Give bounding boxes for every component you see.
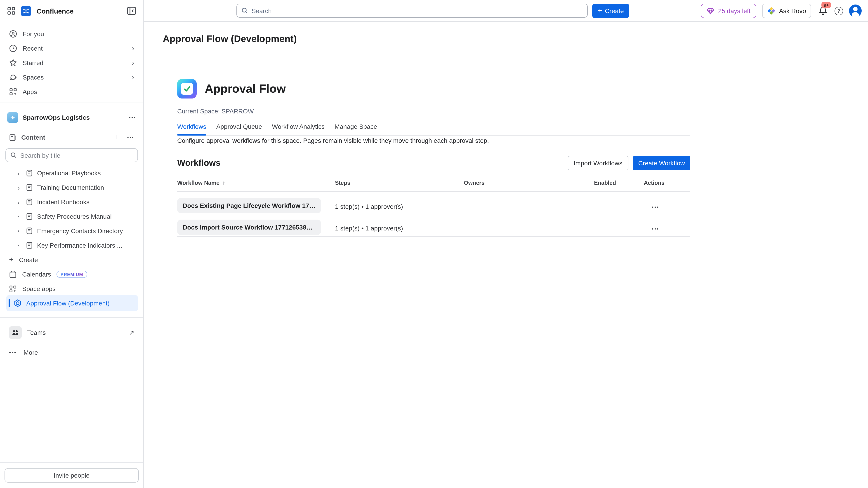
bullet-icon: • [16,214,22,219]
global-search[interactable] [237,4,588,18]
ask-rovo-label: Ask Rovo [779,7,806,14]
sidebar-item-teams[interactable]: Teams ↗ [4,325,139,340]
tree-item-label: Key Performance Indicators ... [37,242,122,249]
content-more-icon[interactable]: ••• [127,135,134,140]
tree-item-emergency-contacts-directory[interactable]: • Emergency Contacts Directory [4,224,139,238]
sidebar-item-approval-flow[interactable]: Approval Flow (Development) [6,295,138,311]
space-apps-label: Space apps [22,285,56,292]
sidebar-item-for-you[interactable]: For you [4,27,139,41]
ask-rovo-button[interactable]: Ask Rovo [762,4,811,18]
row-actions-menu-icon[interactable]: ••• [652,205,659,210]
tree-item-safety-procedures-manual[interactable]: • Safety Procedures Manual [4,209,139,224]
workflow-name-chip[interactable]: Docs Existing Page Lifecycle Workflow 17… [177,198,321,213]
tree-item-operational-playbooks[interactable]: › Operational Playbooks [4,166,139,180]
collapse-sidebar-icon[interactable] [127,7,136,15]
sidebar: Confluence For you Recent › Starred › [0,0,144,488]
content-label: Content [21,134,45,141]
sidebar-item-spaces[interactable]: Spaces › [4,70,139,85]
section-title: Workflows [177,158,220,168]
sidebar-header: Confluence [0,0,143,22]
bullet-icon: • [16,243,22,248]
app-switcher-icon[interactable] [7,7,16,15]
check-icon [183,85,191,93]
calendar-icon [9,270,17,278]
notifications-button[interactable]: 9+ [817,5,829,17]
sidebar-item-calendars[interactable]: Calendars PREMIUM [4,267,139,282]
global-search-input[interactable] [252,7,583,14]
calendars-label: Calendars [22,271,51,278]
topbar-right-cluster: 25 days left Ask Rovo 9+ ? [701,4,862,18]
sort-ascending-icon[interactable]: ↑ [222,180,225,186]
sidebar-item-space-apps[interactable]: Space apps [4,282,139,296]
tab-workflow-analytics[interactable]: Workflow Analytics [272,123,324,135]
sidebar-item-apps[interactable]: Apps [4,85,139,99]
invite-people-button[interactable]: Invite people [4,468,139,483]
confluence-logo-icon [21,6,31,16]
sidebar-item-label: For you [23,30,44,37]
import-workflows-button[interactable]: Import Workflows [568,156,628,170]
sidebar-item-more[interactable]: ••• More [4,345,139,360]
page-icon [26,169,33,177]
planet-icon [9,73,17,81]
content-add-icon[interactable]: + [115,133,119,142]
page-icon [26,227,33,234]
clock-icon [9,44,17,53]
sidebar-item-recent[interactable]: Recent › [4,41,139,56]
expand-chevron-icon[interactable]: › [16,170,22,176]
tree-item-key-performance-indicators[interactable]: • Key Performance Indicators ... [4,238,139,253]
trial-days-left-button[interactable]: 25 days left [701,4,756,18]
table-row: Docs Import Source Workflow 17712653804.… [177,217,690,239]
trial-days-left-label: 25 days left [718,7,750,14]
expand-chevron-icon[interactable]: › [16,184,22,191]
space-apps-icon [9,285,17,293]
sidebar-item-label: Apps [23,88,37,95]
workflows-section-header: Workflows Import Workflows Create Workfl… [177,156,690,170]
app-header: Approval Flow [177,79,286,98]
workflow-name-chip[interactable]: Docs Import Source Workflow 17712653804.… [177,220,321,235]
gem-icon [707,7,715,14]
search-icon [241,7,248,14]
row-actions-menu-icon[interactable]: ••• [652,226,659,231]
bullet-icon: • [16,228,22,233]
create-button[interactable]: + Create [592,4,629,18]
space-header[interactable]: ✈ SparrowOps Logistics ••• [4,110,139,125]
workflow-steps: 1 step(s) • 1 approver(s) [335,203,464,210]
sidebar-item-label: Spaces [23,74,43,81]
tree-item-label: Safety Procedures Manual [37,213,112,220]
more-label: More [24,349,38,356]
star-icon [9,59,17,67]
tree-item-label: Incident Runbooks [37,198,90,205]
create-button-label: Create [605,7,624,14]
tree-item-incident-runbooks[interactable]: › Incident Runbooks [4,195,139,209]
page-icon [26,198,33,205]
rovo-logo-icon [767,7,775,15]
table-header-divider [177,191,690,192]
create-workflow-button[interactable]: Create Workflow [633,156,690,170]
premium-badge: PREMIUM [57,271,87,278]
space-more-icon[interactable]: ••• [129,115,136,120]
help-button[interactable]: ? [835,6,843,15]
sidebar-divider [0,103,143,103]
sidebar-create-page-button[interactable]: + Create [4,253,139,267]
sidebar-item-label: Starred [23,59,43,66]
workflow-steps: 1 step(s) • 1 approver(s) [335,225,464,232]
table-bottom-divider [177,236,690,237]
tree-item-training-documentation[interactable]: › Training Documentation [4,180,139,195]
column-owners: Owners [464,180,594,186]
space-name: SparrowOps Logistics [23,114,90,121]
tab-manage-space[interactable]: Manage Space [335,123,377,135]
confluence-window: Confluence For you Recent › Starred › [0,0,868,488]
sidebar-item-starred[interactable]: Starred › [4,56,139,70]
chevron-right-icon: › [132,74,134,81]
content-search-input[interactable] [20,152,133,159]
tab-workflows[interactable]: Workflows [177,123,206,135]
teams-icon [9,326,22,339]
table-row: Docs Existing Page Lifecycle Workflow 17… [177,196,690,217]
column-workflow-name[interactable]: Workflow Name↑ [177,180,335,186]
external-link-icon: ↗ [129,329,134,336]
tab-description: Configure approval workflows for this sp… [177,137,489,144]
content-search[interactable] [5,148,138,162]
tab-approval-queue[interactable]: Approval Queue [216,123,262,135]
expand-chevron-icon[interactable]: › [16,199,22,205]
user-avatar[interactable] [849,4,862,17]
